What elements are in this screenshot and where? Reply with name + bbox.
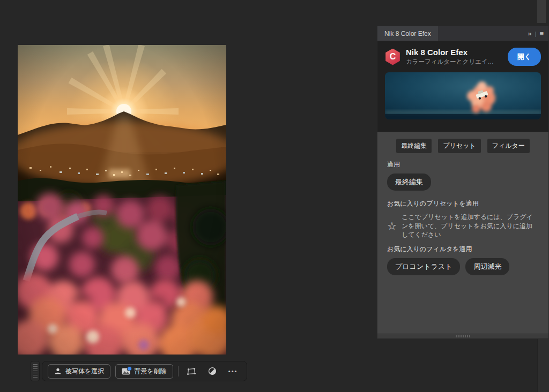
more-options-icon: ••• [228, 368, 238, 374]
plugin-card: C Nik 8 Color Efex カラーフィルターとクリエイ… 開く [377, 41, 548, 132]
filter-vignette-button[interactable]: 周辺減光 [465, 258, 509, 275]
select-subject-button[interactable]: 被写体を選択 [48, 364, 110, 379]
person-icon [54, 367, 62, 375]
taskbar-drag-handle[interactable] [31, 361, 40, 381]
plugin-banner-image [385, 72, 541, 119]
favorite-filters-label: お気に入りのフィルタを適用 [387, 245, 539, 254]
logo-letter: C [390, 52, 396, 62]
adjustment-button[interactable] [204, 364, 220, 379]
panel-header-spacer [438, 26, 528, 41]
image-icon [122, 368, 130, 375]
notification-dot [127, 366, 132, 371]
remove-background-label: 背景を削除 [134, 367, 166, 376]
panel-header-icons: » | ≡ [528, 26, 548, 41]
filter-pro-contrast-button[interactable]: プロコントラスト [387, 258, 460, 275]
plugin-subtitle: カラーフィルターとクリエイ… [406, 58, 494, 66]
contextual-taskbar: 被写体を選択 背景を削除 [31, 361, 247, 381]
remove-background-button[interactable]: 背景を削除 [115, 364, 173, 379]
tab-final-edit[interactable]: 最終編集 [396, 139, 432, 153]
panel-menu-icon[interactable]: ≡ [539, 30, 544, 37]
favorite-filters-row: プロコントラスト 周辺減光 [387, 258, 539, 275]
dock-strip-bottom [537, 339, 549, 392]
apply-final-edit-button[interactable]: 最終編集 [387, 174, 431, 191]
taskbar-body: 被写体を選択 背景を削除 [42, 361, 247, 381]
star-icon: ☆ [387, 221, 397, 231]
collapse-panel-icon[interactable]: » [528, 30, 531, 37]
panel-tab-nik-color-efex[interactable]: Nik 8 Color Efex [377, 26, 438, 41]
transform-icon [187, 367, 196, 375]
resize-grip-icon [456, 335, 470, 337]
panel-header: Nik 8 Color Efex » | ≡ [377, 26, 548, 41]
tab-filters[interactable]: フィルター [487, 139, 530, 153]
color-efex-logo-icon: C [385, 49, 400, 65]
canvas-photo[interactable] [18, 45, 226, 355]
nik-color-efex-panel: Nik 8 Color Efex » | ≡ C Nik 8 Color Efe… [377, 26, 549, 339]
view-tabs: 最終編集 プリセット フィルター [387, 139, 539, 153]
favorite-presets-hint: ☆ ここでプリセットを追加するには、プラグインを開いて、プリセットをお気に入りに… [387, 213, 539, 239]
panel-tab-title: Nik 8 Color Efex [384, 30, 431, 37]
favorite-presets-label: お気に入りのプリセットを適用 [387, 199, 539, 208]
plugin-titles: Nik 8 Color Efex カラーフィルターとクリエイ… [406, 48, 494, 66]
favorite-presets-hint-text: ここでプリセットを追加するには、プラグインを開いて、プリセットをお気に入りに追加… [402, 213, 539, 239]
grip-lines-icon [33, 364, 38, 378]
panel-resize-handle[interactable] [377, 334, 548, 338]
dock-strip-top [537, 0, 546, 23]
select-subject-label: 被写体を選択 [65, 367, 104, 376]
panel-content: 最終編集 プリセット フィルター 適用 最終編集 お気に入りのプリセットを適用 … [377, 132, 548, 334]
header-icon-divider: | [535, 31, 537, 37]
open-plugin-button[interactable]: 開く [508, 48, 541, 66]
plugin-header-row: C Nik 8 Color Efex カラーフィルターとクリエイ… 開く [385, 47, 541, 66]
taskbar-divider [178, 366, 179, 376]
transform-button[interactable] [183, 364, 199, 379]
tab-presets[interactable]: プリセット [438, 139, 480, 153]
adjustment-icon [208, 367, 217, 375]
plugin-name: Nik 8 Color Efex [406, 48, 494, 57]
more-options-button[interactable]: ••• [225, 364, 241, 379]
photoshop-workspace: 被写体を選択 背景を削除 [0, 0, 549, 392]
apply-label: 適用 [387, 160, 539, 169]
